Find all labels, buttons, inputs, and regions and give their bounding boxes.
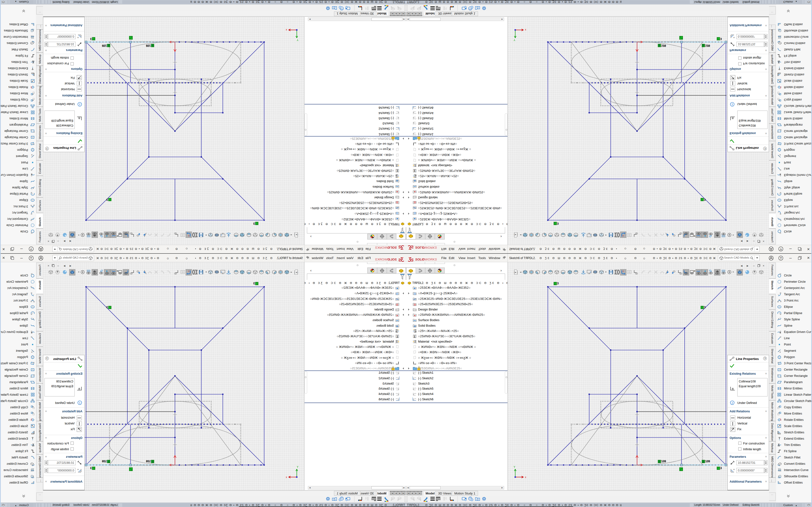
svg-text:A: A [396,314,398,317]
svg-text:Σ: Σ [414,335,416,338]
svg-text:A: A [396,190,398,193]
svg-text:?: ? [30,247,32,251]
svg-text:Σ: Σ [396,169,398,172]
svg-text:S: S [398,245,401,249]
svg-text:A: A [77,37,79,39]
svg-text:A: A [414,190,416,193]
svg-text:i: i [79,103,80,106]
svg-text:fx: fx [780,330,781,332]
svg-text:A: A [77,468,79,470]
svg-text:x: x [525,475,526,478]
svg-text:#: # [31,154,33,156]
svg-text:?: ? [30,256,32,260]
svg-text:S: S [411,258,414,262]
svg-text:?: ? [780,256,782,260]
svg-text:S: S [411,245,414,249]
svg-text:x: x [286,29,287,32]
svg-text:fx: fx [31,330,32,332]
svg-text:{►}: {►} [295,233,298,236]
svg-text:3D: 3D [117,235,118,237]
svg-text:x: x [525,29,526,32]
svg-text:A: A [733,468,735,470]
svg-text:Y: Y [514,465,515,468]
svg-text:S: S [398,258,401,262]
svg-text:?: ? [780,247,782,251]
svg-text:A: A [414,314,416,317]
svg-text:Y: Y [297,39,298,42]
svg-text:Σ: Σ [396,335,398,338]
svg-text:i: i [79,401,80,405]
svg-text:fx: fx [31,175,32,177]
svg-text:{►}: {►} [295,271,298,274]
svg-text:3D: 3D [694,235,695,237]
svg-text:3D: 3D [117,270,118,272]
svg-text:Y: Y [514,39,515,42]
svg-text:3D: 3D [694,270,695,272]
svg-text:x: x [286,475,287,478]
svg-text:#: # [779,351,781,353]
svg-text:{►}: {►} [514,233,518,236]
svg-text:#: # [31,351,33,353]
svg-text:fx: fx [780,175,781,177]
svg-text:A: A [733,37,735,39]
svg-text:#: # [779,154,781,156]
svg-text:{►}: {►} [514,271,518,274]
svg-text:Y: Y [297,465,298,468]
svg-text:Σ: Σ [414,169,416,172]
